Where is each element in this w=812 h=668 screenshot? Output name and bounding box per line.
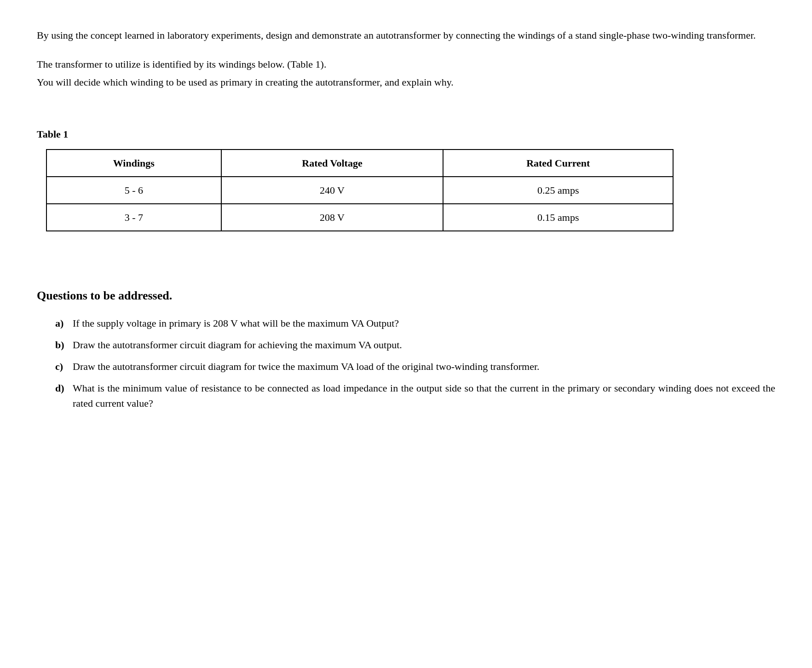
- description-line2: You will decide which winding to be used…: [37, 75, 775, 90]
- question-text-0: If the supply voltage in primary is 208 …: [73, 316, 775, 331]
- list-item: b)Draw the autotransformer circuit diagr…: [55, 337, 775, 352]
- col-header-windings: Windings: [46, 150, 221, 177]
- table-row: 3 - 7208 V0.15 amps: [46, 204, 673, 231]
- question-text-3: What is the minimum value of resistance …: [73, 380, 775, 411]
- table-cell-1-1: 208 V: [221, 204, 443, 231]
- table-section: Table 1 Windings Rated Voltage Rated Cur…: [37, 127, 775, 231]
- table-row: 5 - 6240 V0.25 amps: [46, 177, 673, 204]
- questions-title: Questions to be addressed.: [37, 287, 775, 305]
- question-text-1: Draw the autotransformer circuit diagram…: [73, 337, 775, 352]
- description-block: The transformer to utilize is identified…: [37, 57, 775, 90]
- description-line1: The transformer to utilize is identified…: [37, 57, 775, 72]
- questions-section: Questions to be addressed. a)If the supp…: [37, 287, 775, 411]
- table-cell-1-0: 3 - 7: [46, 204, 221, 231]
- table-cell-0-2: 0.25 amps: [443, 177, 673, 204]
- table-cell-0-1: 240 V: [221, 177, 443, 204]
- question-label-0: a): [55, 316, 68, 331]
- table-cell-0-0: 5 - 6: [46, 177, 221, 204]
- col-header-voltage: Rated Voltage: [221, 150, 443, 177]
- list-item: a)If the supply voltage in primary is 20…: [55, 316, 775, 331]
- transformer-table: Windings Rated Voltage Rated Current 5 -…: [46, 149, 674, 231]
- table-title: Table 1: [37, 127, 775, 142]
- spacer-1: [37, 108, 775, 127]
- question-text-2: Draw the autotransformer circuit diagram…: [73, 359, 775, 374]
- question-label-3: d): [55, 380, 68, 396]
- question-label-1: b): [55, 337, 68, 352]
- spacer-2: [37, 259, 775, 277]
- table-header-row: Windings Rated Voltage Rated Current: [46, 150, 673, 177]
- list-item: c)Draw the autotransformer circuit diagr…: [55, 359, 775, 374]
- col-header-current: Rated Current: [443, 150, 673, 177]
- table-cell-1-2: 0.15 amps: [443, 204, 673, 231]
- intro-paragraph: By using the concept learned in laborato…: [37, 28, 775, 43]
- list-item: d)What is the minimum value of resistanc…: [55, 380, 775, 411]
- question-label-2: c): [55, 359, 68, 374]
- questions-list: a)If the supply voltage in primary is 20…: [37, 316, 775, 411]
